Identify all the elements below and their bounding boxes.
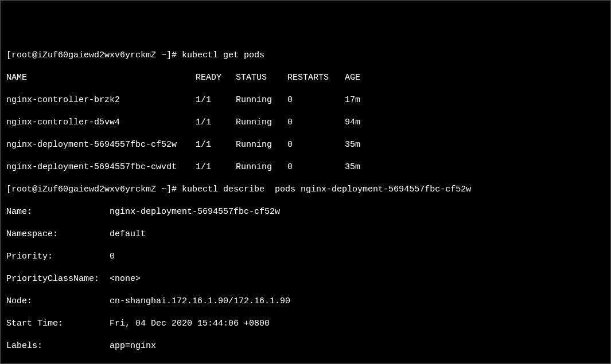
table-row: nginx-deployment-5694557fbc-cwvdt1/1Runn… xyxy=(6,162,605,173)
cmd-line-1[interactable]: [root@iZuf60gaiewd2wxv6yrckmZ ~]# kubect… xyxy=(6,50,605,61)
describe-line: Namespace:default xyxy=(6,229,605,240)
command: kubectl get pods xyxy=(182,50,264,60)
col-restarts: RESTARTS xyxy=(287,72,345,84)
prompt: [root@iZuf60gaiewd2wxv6yrckmZ ~]# xyxy=(6,185,182,194)
table-row: nginx-deployment-5694557fbc-cf52w1/1Runn… xyxy=(6,139,605,151)
table-row: nginx-controller-d5vw41/1Running094m xyxy=(6,117,605,128)
prompt: [root@iZuf60gaiewd2wxv6yrckmZ ~]# xyxy=(6,50,182,60)
cmd-line-2[interactable]: [root@iZuf60gaiewd2wxv6yrckmZ ~]# kubect… xyxy=(6,184,605,195)
describe-line: PriorityClassName:<none> xyxy=(6,273,605,285)
table-row: nginx-controller-brzk21/1Running017m xyxy=(6,95,605,106)
describe-line: Labels:app=nginx xyxy=(6,340,605,352)
col-status: STATUS xyxy=(236,72,287,84)
command: kubectl describe pods nginx-deployment-5… xyxy=(182,185,471,194)
describe-line: Name:nginx-deployment-5694557fbc-cf52w xyxy=(6,206,605,218)
col-age: AGE xyxy=(345,73,360,83)
describe-line: Node:cn-shanghai.172.16.1.90/172.16.1.90 xyxy=(6,296,605,307)
table-header: NAMEREADYSTATUSRESTARTSAGE xyxy=(6,72,605,84)
col-ready: READY xyxy=(196,72,236,84)
describe-line: Start Time:Fri, 04 Dec 2020 15:44:06 +08… xyxy=(6,318,605,330)
col-name: NAME xyxy=(6,72,196,84)
describe-line: Priority:0 xyxy=(6,251,605,263)
